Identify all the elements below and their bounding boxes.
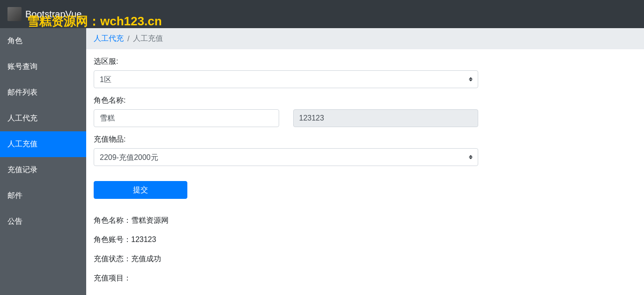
result-role-account: 角色账号：123123 [94,235,637,245]
sidebar-item-manual-recharge[interactable]: 人工充值 [0,131,86,157]
navbar: BootstrapVue 雪糕资源网：wch123.cn [0,0,644,28]
sidebar-item-role[interactable]: 角色 [0,28,86,54]
sidebar-item-notice[interactable]: 公告 [0,209,86,234]
main-content: 人工代充 / 人工充值 选区服: 1区 角色名称: [86,28,644,295]
form-group-zone: 选区服: 1区 [94,57,637,88]
result-recharge-status: 充值状态：充值成功 [94,254,637,264]
logo-icon [7,7,22,21]
sidebar-item-mail[interactable]: 邮件 [0,183,86,209]
result-recharge-item: 充值项目： [94,273,637,283]
item-label: 充值物品: [94,135,637,144]
role-name-input[interactable] [94,109,279,127]
form-group-item: 充值物品: 2209-充值2000元 [94,135,637,166]
item-select[interactable]: 2209-充值2000元 [94,148,478,166]
sidebar-item-mail-list[interactable]: 邮件列表 [0,80,86,106]
brand-text: BootstrapVue [25,9,81,20]
role-name-label: 角色名称: [94,96,637,106]
zone-label: 选区服: [94,57,637,67]
breadcrumb-parent-link[interactable]: 人工代充 [94,34,124,44]
navbar-brand[interactable]: BootstrapVue [7,7,81,21]
breadcrumb-current: 人工充值 [133,34,163,44]
role-id-display [293,109,479,127]
breadcrumb-separator: / [127,35,129,43]
breadcrumb: 人工代充 / 人工充值 [86,28,644,49]
layout: 角色 账号查询 邮件列表 人工代充 人工充值 充值记录 邮件 公告 人工代充 /… [0,28,644,295]
result-role-name: 角色名称：雪糕资源网 [94,216,637,226]
form-group-role: 角色名称: [94,96,637,127]
submit-button[interactable]: 提交 [94,181,187,199]
form-content: 选区服: 1区 角色名称: [86,49,644,291]
sidebar-item-manual-proxy[interactable]: 人工代充 [0,106,86,131]
sidebar-item-recharge-log[interactable]: 充值记录 [0,157,86,183]
zone-select[interactable]: 1区 [94,70,478,88]
sidebar-item-account-query[interactable]: 账号查询 [0,54,86,80]
sidebar: 角色 账号查询 邮件列表 人工代充 人工充值 充值记录 邮件 公告 [0,28,86,295]
